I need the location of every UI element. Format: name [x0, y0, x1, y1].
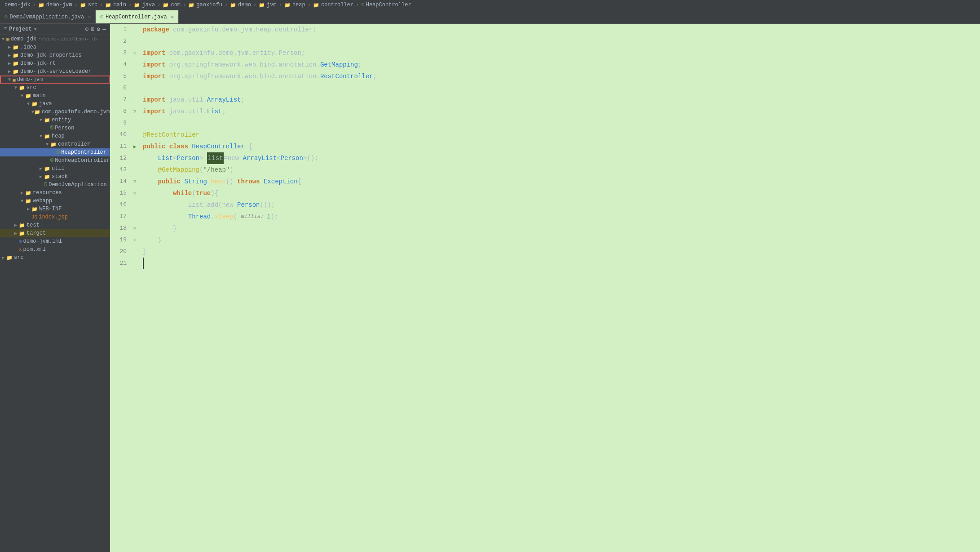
sidebar-item-com.gaoxinfu.demo.jvm[interactable]: ▼ 📁 com.gaoxinfu.demo.jvm — [0, 108, 110, 116]
tree-arrow-test[interactable]: ▶ — [13, 223, 19, 228]
tab-demojvmapplication[interactable]: © DemoJvmApplication.java ✕ — [0, 10, 96, 23]
code-line-17[interactable]: Thread.sleep( millis: 1); — [143, 211, 980, 223]
tree-arrow-java[interactable]: ▼ — [25, 102, 31, 107]
tree-arrow-src-root[interactable]: ▶ — [0, 255, 6, 260]
breadcrumb-item-6[interactable]: gaoxinfu — [196, 2, 222, 8]
tree-arrow-demo-jdk-rt[interactable]: ▶ — [6, 61, 13, 66]
tree-arrow-util[interactable]: ▶ — [38, 166, 44, 171]
code-line-8[interactable]: import java.util.List; — [143, 106, 980, 117]
code-line-21[interactable] — [143, 258, 980, 269]
tree-arrow-controller[interactable]: ▼ — [44, 142, 50, 147]
sidebar-item-idea[interactable]: ▶ 📁 .idea — [0, 43, 110, 51]
fold-icon-3[interactable]: ▽ — [133, 50, 136, 56]
sidebar-item-HeapController[interactable]: © HeapController — [0, 148, 110, 156]
code-line-4[interactable]: import org.springframework.web.bind.anno… — [143, 59, 980, 71]
fold-icon-19[interactable]: ▽ — [133, 237, 136, 243]
breadcrumb-item-10[interactable]: controller — [321, 2, 353, 8]
tree-arrow-demo-jdk[interactable]: ▼ — [0, 37, 6, 42]
layout-icon[interactable]: ⊞ — [91, 26, 95, 33]
fold-icon-8[interactable]: ▽ — [133, 109, 136, 114]
folder-icon: 📁 — [25, 190, 31, 196]
sidebar-item-java[interactable]: ▼ 📁 java — [0, 100, 110, 108]
sidebar-item-Person[interactable]: © Person — [0, 124, 110, 132]
tree-arrow-idea[interactable]: ▶ — [6, 45, 13, 50]
tab-heapcontroller[interactable]: © HeapController.java ✕ — [96, 10, 178, 23]
tree-arrow-WEB-INF[interactable]: ▶ — [25, 206, 31, 212]
fold-icon-15[interactable]: ▽ — [133, 191, 136, 196]
code-line-1[interactable]: package com.gaoxinfu.demo.jvm.heap.contr… — [143, 24, 980, 36]
code-line-18[interactable]: } — [143, 223, 980, 234]
run-icon-11[interactable]: ▶ — [133, 143, 136, 150]
gear-icon[interactable]: ⚙ — [97, 26, 100, 33]
class-icon-breadcrumb: © — [361, 2, 364, 8]
breadcrumb-item-7[interactable]: demo — [238, 2, 251, 8]
tree-arrow-heap[interactable]: ▼ — [38, 134, 44, 139]
breadcrumb-item-5[interactable]: com — [171, 2, 181, 8]
fold-icon-18[interactable]: ▽ — [133, 226, 136, 231]
sidebar-item-heap[interactable]: ▼ 📁 heap — [0, 132, 110, 140]
tree-arrow-entity[interactable]: ▼ — [38, 118, 44, 123]
sidebar-item-demo-jdk-rt[interactable]: ▶ 📁 demo-jdk-rt — [0, 59, 110, 67]
sidebar-item-index.jsp[interactable]: JS index.jsp — [0, 213, 110, 221]
sidebar-item-demo-jvm[interactable]: ▼ ▣ demo-jvm — [0, 76, 110, 84]
breadcrumb-item-4[interactable]: java — [142, 2, 155, 8]
sidebar-item-main[interactable]: ▼ 📁 main — [0, 92, 110, 100]
breadcrumb-item-11[interactable]: HeapController — [366, 2, 411, 8]
code-line-15[interactable]: while(true){ — [143, 187, 980, 199]
fold-icon-14[interactable]: ▽ — [133, 179, 136, 184]
code-line-12[interactable]: List<Person> list=new ArrayList<Person>(… — [143, 152, 980, 164]
code-line-10[interactable]: @RestController — [143, 129, 980, 141]
sidebar-item-src[interactable]: ▼ 📁 src — [0, 84, 110, 92]
code-editor[interactable]: 123456789101112131415161718192021 ▽▽▶▽▽▽… — [110, 24, 980, 552]
breadcrumb-item-2[interactable]: src — [88, 2, 98, 8]
tree-arrow-demo-jvm[interactable]: ▼ — [6, 77, 13, 82]
tab-close-1[interactable]: ✕ — [171, 14, 174, 20]
breadcrumb-item-1[interactable]: demo-jvm — [46, 2, 72, 8]
code-line-16[interactable]: list.add(new Person()); — [143, 199, 980, 211]
breadcrumb-item-9[interactable]: heap — [292, 2, 305, 8]
tree-arrow-demo-jdk-properties[interactable]: ▶ — [6, 53, 13, 58]
sidebar-item-demo-jdk[interactable]: ▼ ▣ demo-jdk ~/demo-idea/demo-jdk — [0, 35, 110, 43]
sidebar-item-demo-jdk-serviceLoader[interactable]: ▶ 📁 demo-jdk-serviceLoader — [0, 67, 110, 76]
sidebar-item-stack[interactable]: ▶ 📁 stack — [0, 173, 110, 181]
globe-icon[interactable]: ⊕ — [85, 26, 89, 33]
tree-arrow-resources[interactable]: ▶ — [19, 190, 25, 196]
sidebar-item-demo-jvm.iml[interactable]: m demo-jvm.iml — [0, 237, 110, 245]
sidebar-item-NonHeapController[interactable]: © NonHeapController — [0, 156, 110, 165]
code-line-5[interactable]: import org.springframework.web.bind.anno… — [143, 71, 980, 82]
code-line-13[interactable]: @GetMapping("/heap") — [143, 164, 980, 176]
sidebar-item-DemoJvmApplication[interactable]: © DemoJvmApplication — [0, 181, 110, 189]
tree-arrow-main[interactable]: ▼ — [19, 93, 25, 98]
code-line-3[interactable]: import com.gaoxinfu.demo.jvm.entity.Pers… — [143, 47, 980, 59]
tab-close-0[interactable]: ✕ — [88, 14, 91, 20]
code-line-9[interactable] — [143, 117, 980, 129]
sidebar-item-util[interactable]: ▶ 📁 util — [0, 165, 110, 173]
sidebar-item-pom.xml[interactable]: X pom.xml — [0, 245, 110, 254]
code-line-7[interactable]: import java.util.ArrayList; — [143, 94, 980, 106]
breadcrumb-item-0[interactable]: demo-jdk — [4, 2, 31, 8]
sidebar-item-WEB-INF[interactable]: ▶ 📁 WEB-INF — [0, 205, 110, 213]
code-line-6[interactable] — [143, 82, 980, 94]
sidebar-item-src-root[interactable]: ▶ 📁 src — [0, 254, 110, 262]
minus-icon[interactable]: — — [102, 26, 106, 33]
tree-arrow-demo-jdk-serviceLoader[interactable]: ▶ — [6, 69, 13, 74]
sidebar-item-target[interactable]: ▶ 📁 target — [0, 229, 110, 237]
tree-arrow-stack[interactable]: ▶ — [38, 174, 44, 179]
code-line-11[interactable]: public class HeapController { — [143, 141, 980, 152]
breadcrumb-item-8[interactable]: jvm — [267, 2, 277, 8]
tree-arrow-src[interactable]: ▼ — [13, 85, 19, 90]
sidebar-item-test[interactable]: ▶ 📁 test — [0, 221, 110, 229]
sidebar-item-webapp[interactable]: ▼ 📁 webapp — [0, 197, 110, 205]
code-line-14[interactable]: public String heap() throws Exception{ — [143, 176, 980, 187]
code-line-19[interactable]: } — [143, 234, 980, 246]
sidebar-item-controller[interactable]: ▼ 📁 controller — [0, 140, 110, 148]
sidebar-item-entity[interactable]: ▼ 📁 entity — [0, 116, 110, 124]
tree-arrow-target[interactable]: ▶ — [13, 231, 19, 236]
sidebar-item-resources[interactable]: ▶ 📁 resources — [0, 189, 110, 197]
sidebar-item-demo-jdk-properties[interactable]: ▶ 📁 demo-jdk-properties — [0, 51, 110, 59]
code-line-20[interactable]: } — [143, 246, 980, 258]
code-line-2[interactable] — [143, 36, 980, 47]
tree-arrow-webapp[interactable]: ▼ — [19, 199, 25, 204]
breadcrumb-item-3[interactable]: main — [113, 2, 126, 8]
project-dropdown-icon[interactable]: ▼ — [34, 27, 37, 32]
